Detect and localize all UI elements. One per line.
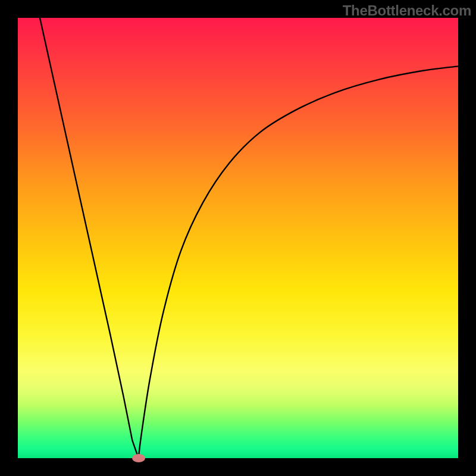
- watermark-text: TheBottleneck.com: [343, 2, 471, 19]
- curve-path: [40, 18, 458, 458]
- bottleneck-curve: [18, 18, 458, 458]
- minimum-dot: [132, 454, 145, 462]
- chart-frame: TheBottleneck.com: [0, 0, 476, 476]
